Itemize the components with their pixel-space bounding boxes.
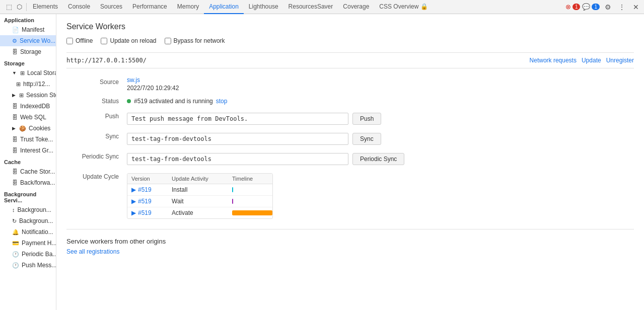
source-label: Source	[66, 74, 127, 94]
sidebar-item-bg-fetch[interactable]: ↕ Backgroun...	[0, 204, 56, 215]
sidebar-item-push-messages[interactable]: 🕐 Push Mess...	[0, 260, 56, 271]
sidebar-item-interest-groups[interactable]: 🗄 Interest Gr...	[0, 145, 56, 156]
tab-sources[interactable]: Sources	[95, 0, 127, 14]
update-cycle-value: Version Update Activity Timeline ▶ #519	[127, 169, 634, 221]
sync-input-row: Sync	[127, 131, 634, 147]
sidebar-item-service-workers[interactable]: ⚙ Service Wo...	[0, 35, 56, 46]
expand-arrow-local: ▼	[12, 70, 17, 75]
push-button[interactable]: Push	[352, 113, 381, 125]
version-install[interactable]: ▶ #519	[131, 186, 172, 193]
sidebar-item-manifest[interactable]: 📄 Manifest	[0, 24, 56, 35]
offline-checkbox[interactable]	[66, 38, 73, 44]
page-title: Service Workers	[66, 22, 634, 31]
sync-button[interactable]: Sync	[352, 133, 381, 145]
push-input[interactable]	[127, 113, 348, 125]
periodic-sync-value: Periodic Sync	[127, 149, 634, 169]
push-input-row: Push	[127, 111, 634, 127]
sync-value: Sync	[127, 129, 634, 149]
push-value: Push	[127, 109, 634, 129]
tab-performance[interactable]: Performance	[127, 0, 172, 14]
device-icon[interactable]: ⬡	[15, 3, 23, 11]
status-value: #519 activated and is running stop	[127, 94, 634, 109]
sidebar-item-payment-handler[interactable]: 💳 Payment H...	[0, 238, 56, 249]
bypass-for-network-checkbox[interactable]	[165, 38, 171, 44]
interest-groups-icon: 🗄	[12, 147, 18, 153]
error-icon: ⊗	[565, 3, 571, 11]
worker-url-row: http://127.0.0.1:5500/ Network requests …	[66, 52, 634, 68]
sidebar-item-local-storage[interactable]: ▼ ⊞ Local Stora...	[0, 67, 56, 79]
push-label: Push	[66, 109, 127, 129]
sidebar-item-trust-tokens[interactable]: 🗄 Trust Toke...	[0, 134, 56, 145]
tab-bar: Elements Console Sources Performance Mem…	[28, 0, 433, 14]
close-icon[interactable]: ✕	[630, 1, 642, 13]
sidebar-item-notifications[interactable]: 🔔 Notificatio...	[0, 226, 56, 238]
tab-application[interactable]: Application	[204, 0, 244, 14]
tab-coverage[interactable]: Coverage	[338, 0, 374, 14]
tab-elements[interactable]: Elements	[28, 0, 63, 14]
update-cycle-row: Update Cycle Version Update Activity Tim…	[66, 169, 634, 221]
update-on-reload-checkbox[interactable]	[101, 38, 107, 44]
periodic-sync-label: Periodic Sync	[66, 149, 127, 169]
timeline-wait	[232, 199, 233, 204]
tab-memory[interactable]: Memory	[172, 0, 204, 14]
console-badge-group: 💬 1	[582, 3, 600, 11]
error-badge-group: ⊗ 1	[565, 3, 581, 11]
offline-checkbox-label[interactable]: Offline	[66, 37, 93, 44]
other-origins-heading: Service workers from other origins	[66, 238, 634, 245]
network-requests-link[interactable]: Network requests	[530, 57, 577, 64]
unregister-link[interactable]: Unregister	[606, 57, 634, 64]
tab-resources-saver[interactable]: ResourcesSaver	[283, 0, 338, 14]
settings-icon[interactable]: ⚙	[602, 1, 614, 13]
see-all-link[interactable]: See all registrations	[66, 248, 119, 255]
push-messages-icon: 🕐	[12, 262, 19, 269]
inspect-icon[interactable]: ⬚	[5, 3, 13, 11]
session-storage-icon: ⊞	[19, 92, 24, 99]
service-worker-icon: ⚙	[12, 38, 17, 44]
update-link[interactable]: Update	[582, 57, 601, 64]
console-icon: 💬	[582, 3, 590, 11]
sidebar-item-session-storage[interactable]: ▶ ⊞ Session Sto...	[0, 90, 56, 101]
sidebar-item-local-storage-child[interactable]: ⊞ http://12...	[0, 79, 56, 90]
update-on-reload-label[interactable]: Update on reload	[101, 37, 156, 44]
indexeddb-icon: 🗄	[12, 103, 18, 109]
sidebar-item-indexeddb[interactable]: 🗄 IndexedDB	[0, 101, 56, 112]
source-file-link[interactable]: sw.js	[127, 76, 140, 84]
expand-arrow-cookies: ▶	[12, 126, 16, 131]
stop-link[interactable]: stop	[216, 98, 228, 105]
tab-lighthouse[interactable]: Lighthouse	[244, 0, 283, 14]
more-icon[interactable]: ⋮	[616, 1, 628, 13]
timeline-install	[232, 187, 233, 192]
toolbar: ⬚ ⬡ Elements Console Sources Performance…	[0, 0, 644, 14]
timeline-activate	[232, 210, 272, 215]
local-storage-icon: ⊞	[20, 70, 25, 76]
periodic-sync-button[interactable]: Periodic Sync	[352, 153, 404, 165]
sidebar-section-background: Background Servi...	[0, 188, 56, 204]
tab-console[interactable]: Console	[63, 0, 95, 14]
worker-url: http://127.0.0.1:5500/	[66, 57, 147, 64]
bypass-for-network-label[interactable]: Bypass for network	[165, 37, 225, 44]
update-cycle-label: Update Cycle	[66, 169, 127, 221]
activity-install: Install	[172, 186, 232, 193]
toolbar-right: ⊗ 1 💬 1 ⚙ ⋮ ✕	[565, 1, 642, 13]
options-row: Offline Update on reload Bypass for netw…	[66, 37, 634, 44]
periodic-sync-input[interactable]	[127, 153, 348, 165]
source-row: Source sw.js 2022/7/20 10:29:42	[66, 74, 634, 94]
tab-css-overview[interactable]: CSS Overview 🔒	[374, 0, 433, 14]
sidebar-item-cookies[interactable]: ▶ 🍪 Cookies	[0, 123, 56, 134]
activity-wait: Wait	[172, 198, 232, 205]
version-activate[interactable]: ▶ #519	[131, 209, 172, 216]
sync-input[interactable]	[127, 133, 348, 145]
sidebar-item-bg-sync[interactable]: ↻ Backgroun...	[0, 215, 56, 226]
sidebar-item-periodic-bg[interactable]: 🕐 Periodic Ba...	[0, 249, 56, 260]
sidebar-section-application: Application	[0, 14, 56, 24]
header-version: Version	[131, 176, 172, 182]
push-row: Push Push	[66, 109, 634, 129]
payment-icon: 💳	[12, 240, 19, 247]
sidebar-item-storage[interactable]: 🗄 Storage	[0, 46, 56, 57]
sidebar-item-cache-storage[interactable]: 🗄 Cache Stor...	[0, 166, 56, 177]
storage-icon: 🗄	[12, 49, 18, 55]
sidebar-item-web-sql[interactable]: 🗄 Web SQL	[0, 112, 56, 123]
version-wait[interactable]: ▶ #519	[131, 198, 172, 205]
sidebar-item-back-forward[interactable]: 🗄 Back/forwa...	[0, 177, 56, 188]
status-label: Status	[66, 94, 127, 109]
